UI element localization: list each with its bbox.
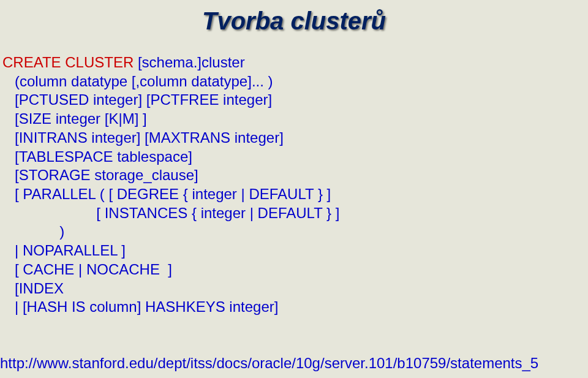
syntax-line-parallel-instances: [ INSTANCES { integer | DEFAULT } ]	[2, 205, 339, 221]
syntax-line-noparallel: | NOPARALLEL ]	[2, 242, 126, 259]
syntax-line-pctused: [PCTUSED integer] [PCTFREE integer]	[2, 91, 272, 108]
syntax-line-cache: [ CACHE | NOCACHE ]	[2, 261, 172, 278]
syntax-line-paren-close: )	[2, 223, 64, 240]
syntax-line-columns: (column datatype [,column datatype]... )	[2, 73, 273, 89]
syntax-line-tablespace: [TABLESPACE tablespace]	[2, 148, 192, 165]
syntax-line-size: [SIZE integer [K|M] ]	[2, 110, 147, 127]
syntax-line-hash: | [HASH IS column] HASHKEYS integer]	[2, 298, 278, 315]
placeholder-schema-cluster: [schema.]cluster	[138, 54, 245, 70]
syntax-line-initrans: [INITRANS integer] [MAXTRANS integer]	[2, 129, 284, 146]
syntax-line-storage: [STORAGE storage_clause]	[2, 167, 198, 183]
keyword-create-cluster: CREATE CLUSTER	[2, 54, 138, 70]
syntax-line-index: [INDEX	[2, 280, 64, 297]
slide-title: Tvorba clusterů	[0, 0, 588, 53]
syntax-line-parallel-degree: [ PARALLEL ( [ DEGREE { integer | DEFAUL…	[2, 186, 331, 202]
code-block: CREATE CLUSTER [schema.]cluster (column …	[0, 53, 588, 317]
reference-url: http://www.stanford.edu/dept/itss/docs/o…	[0, 355, 538, 372]
